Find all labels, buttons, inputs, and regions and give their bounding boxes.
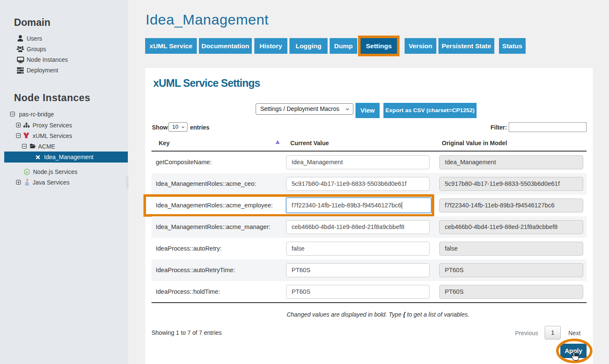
svg-text:js: js	[25, 171, 28, 174]
